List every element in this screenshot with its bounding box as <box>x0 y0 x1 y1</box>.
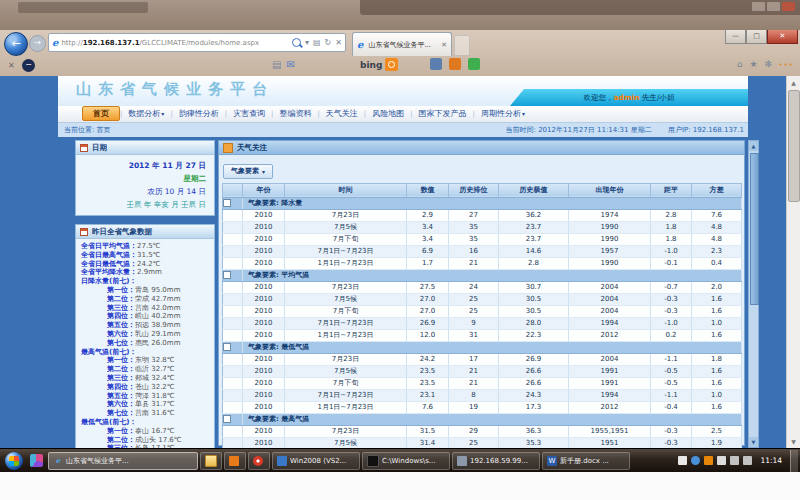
rank-section-title: 最高气温(前七)： <box>81 348 212 357</box>
table-cell: 2.9 <box>407 209 449 221</box>
rank-value: 荣成 42.7mm <box>135 295 180 303</box>
nav-item-9[interactable]: 周期性分析▾ <box>475 109 531 118</box>
page-scrollbar-thumb[interactable] <box>750 153 759 305</box>
taskbar-icon-button-3[interactable] <box>224 452 246 470</box>
table-row[interactable]: 20101月1日~7月23日12.03122.320120.21.6 <box>223 329 742 341</box>
table-row[interactable]: 20107月下旬27.02530.52004-0.31.6 <box>223 305 742 317</box>
table-row[interactable]: 20107月5候3.43523.719901.84.8 <box>223 221 742 233</box>
table-row[interactable]: 20107月下旬3.43523.719901.84.8 <box>223 233 742 245</box>
network-icon[interactable] <box>730 456 739 465</box>
taskbar-clock[interactable]: 11:14 <box>760 456 782 465</box>
task-button-8[interactable]: W新手册.docx ... <box>542 452 630 470</box>
url-text[interactable]: http://192.168.137.1/GLCCLIMATE/modules/… <box>61 39 292 47</box>
more-options-icon[interactable]: ••• <box>779 61 794 69</box>
group-checkbox[interactable] <box>223 343 231 351</box>
toolbar-camera-icon[interactable] <box>430 58 442 70</box>
forward-button[interactable]: → <box>29 35 46 52</box>
addon-blocked-icon[interactable]: − <box>22 59 35 72</box>
task-button-5[interactable]: Win2008 (VS2... <box>272 452 360 470</box>
page-scrollbar[interactable]: ▲ ▼ <box>748 140 759 448</box>
task-button-6[interactable]: C:\Windows\s... <box>362 452 450 470</box>
bing-search-widget[interactable]: bing <box>360 58 398 71</box>
toolbar-person-icon[interactable] <box>449 58 461 70</box>
new-tab-button[interactable] <box>454 35 470 56</box>
taskbar-icon-button-4[interactable] <box>248 452 270 470</box>
tab-close-icon[interactable]: ✕ <box>441 41 447 49</box>
nav-item-8[interactable]: 国家下发产品 <box>413 109 473 118</box>
nav-item-3[interactable]: 韵律性分析 <box>173 109 225 118</box>
browser-scrollbar[interactable]: ▲ ▼ <box>786 76 800 448</box>
search-icon[interactable] <box>292 38 301 47</box>
bg-close-button[interactable] <box>782 2 795 11</box>
nav-item-2[interactable]: 数据分析▾ <box>122 109 170 118</box>
table-row[interactable]: 20107月1日~7月23日26.9928.01994-1.01.0 <box>223 317 742 329</box>
nav-item-4[interactable]: 灾害查询 <box>227 109 271 118</box>
table-row[interactable]: 20107月5候23.52126.61991-0.51.6 <box>223 365 742 377</box>
element-filter-button[interactable]: 气象要素▾ <box>223 164 273 179</box>
table-row[interactable]: 20107月5候31.42535.31951-0.31.9 <box>223 437 742 448</box>
weather-panel-body: 全省日平均气温：27.5℃全省日最高气温：31.5℃全省日最低气温：24.2℃全… <box>76 239 214 448</box>
table-row[interactable]: 20107月23日27.52430.72004-0.72.0 <box>223 281 742 293</box>
group-checkbox[interactable] <box>223 415 231 423</box>
rank-row: 第二位：临沂 32.7℃ <box>81 365 212 374</box>
page-scroll-down-icon[interactable]: ▼ <box>749 437 758 447</box>
rank-section-title: 日降水量(前七)： <box>81 277 212 286</box>
close-button[interactable]: ✕ <box>767 30 798 44</box>
show-desktop-button[interactable] <box>790 450 798 472</box>
bg-minimize-button[interactable] <box>752 2 765 11</box>
table-row[interactable]: 20107月下旬23.52126.61991-0.51.6 <box>223 377 742 389</box>
home-icon[interactable]: ⌂ <box>737 59 743 69</box>
task-button-7[interactable]: 192.168.59.99... <box>452 452 540 470</box>
table-row[interactable]: 20107月1日~7月23日23.1824.31994-1.11.0 <box>223 389 742 401</box>
table-row[interactable]: 20107月5候27.02530.52004-0.31.6 <box>223 293 742 305</box>
minimize-button[interactable]: — <box>725 30 746 44</box>
table-row[interactable]: 20107月23日2.92736.219742.87.6 <box>223 209 742 221</box>
nav-item-6[interactable]: 天气关注 <box>320 109 364 118</box>
bottom-margin <box>0 472 800 500</box>
page-scroll-up-icon[interactable]: ▲ <box>749 141 758 151</box>
table-row[interactable]: 20101月1日~7月23日1.7212.81990-0.10.4 <box>223 257 742 269</box>
mail-icon[interactable]: ✉ <box>286 59 294 70</box>
updates-icon[interactable] <box>704 456 713 465</box>
maximize-button[interactable]: □ <box>746 30 767 44</box>
table-row[interactable]: 20101月1日~7月23日7.61917.32012-0.41.6 <box>223 401 742 413</box>
scroll-up-icon[interactable]: ▲ <box>787 76 800 89</box>
pinned-app-icon[interactable] <box>30 454 43 467</box>
bg-maximize-button[interactable] <box>767 2 780 11</box>
scroll-down-icon[interactable]: ▼ <box>787 435 800 448</box>
group-checkbox[interactable] <box>223 199 231 207</box>
input-indicator[interactable] <box>678 456 687 465</box>
refresh-icon[interactable]: ↻ <box>325 38 332 47</box>
table-row[interactable]: 20107月23日31.52936.31955,1951-0.32.5 <box>223 425 742 437</box>
bing-search-icon[interactable] <box>385 58 398 71</box>
favorites-star-icon[interactable]: ★ <box>749 59 757 69</box>
nav-item-7[interactable]: 风险地图 <box>366 109 410 118</box>
volume-icon[interactable] <box>743 456 752 465</box>
nav-item-1[interactable]: 首页 <box>82 106 120 121</box>
toolbar-addon-icon[interactable] <box>468 58 480 70</box>
table-row[interactable]: 20107月1日~7月23日6.91614.61957-1.02.3 <box>223 245 742 257</box>
stat-label: 全省日最低气温： <box>81 260 137 268</box>
compatibility-view-icon[interactable]: ▤ <box>313 38 321 47</box>
flag-icon[interactable] <box>717 456 726 465</box>
back-button[interactable]: ← <box>4 32 28 56</box>
settings-gear-icon[interactable]: ✻ <box>764 59 772 69</box>
nav-item-5[interactable]: 整编资料 <box>273 109 317 118</box>
table-row[interactable]: 20107月23日24.21726.92004-1.11.8 <box>223 353 742 365</box>
browser-tab[interactable]: e 山东省气候业务平... ✕ <box>352 32 452 56</box>
toolbar-close-icon[interactable]: ✕ <box>8 61 15 70</box>
group-checkbox[interactable] <box>223 271 231 279</box>
notification-icon[interactable] <box>691 456 700 465</box>
start-button[interactable] <box>5 452 23 470</box>
main-panel-body: 气象要素▾ 年份时间数值历史排位历史极值出现年份距平方差 气象要素: 降水量20… <box>218 154 745 446</box>
browser-scrollbar-thumb[interactable] <box>788 90 800 202</box>
table-cell: 2010 <box>243 365 285 377</box>
stop-icon[interactable]: ✕ <box>335 38 342 47</box>
table-header-cell: 数值 <box>407 183 449 197</box>
task-button-1[interactable]: e山东省气候业务平... <box>48 452 198 470</box>
print-icon[interactable]: ▤ <box>272 59 281 70</box>
table-cell: 2010 <box>243 221 285 233</box>
taskbar-icon-button-2[interactable] <box>200 452 222 470</box>
address-bar[interactable]: e http://192.168.137.1/GLCCLIMATE/module… <box>48 33 346 52</box>
search-dropdown-icon[interactable]: ▾ <box>305 38 309 47</box>
